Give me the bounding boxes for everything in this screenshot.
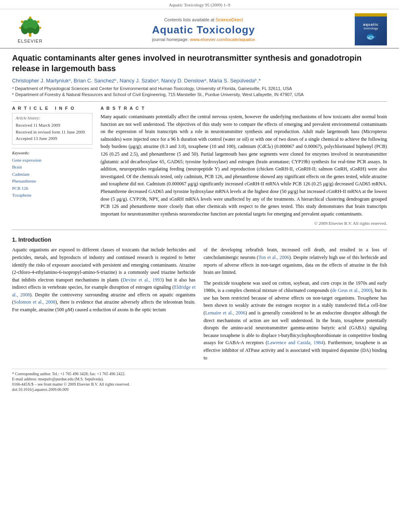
doi-note: doi:10.1016/j.aquatox.2009.06.009 — [12, 387, 387, 392]
top-bar: Aquatic Toxicology 95 (2009) 1–9 — [0, 0, 399, 9]
intro-two-col: Aquatic organisms are exposed to differe… — [12, 246, 387, 365]
ref-ton[interactable]: Ton et al., 2006 — [259, 255, 289, 260]
revised-date: Received in revised form 11 June 2009 — [16, 129, 89, 136]
affiliation-a: ᵃ Department of Physiological Sciences a… — [12, 86, 387, 91]
journal-homepage: journal homepage: www.elsevier.com/locat… — [52, 37, 355, 42]
intro-para-left-1: Aquatic organisms are exposed to differe… — [12, 246, 195, 313]
article-title: Aquatic contaminants alter genes involve… — [12, 53, 387, 74]
journal-badge: aquatic toxicology 🐟 — [355, 13, 387, 45]
svg-point-8 — [29, 16, 31, 19]
keywords-label: Keywords: — [12, 151, 93, 155]
contents-text: Contents lists available at — [164, 17, 214, 22]
intro-title: Introduction — [19, 236, 51, 243]
email-label: E-mail address: — [12, 377, 37, 381]
article-history-box: Article history: Received 11 March 2009 … — [12, 113, 93, 145]
elsevier-logo-area: ELSEVIER — [8, 16, 52, 43]
keywords-box: Keywords: Gene expression Brain Cadmium … — [12, 148, 93, 199]
badge-text-toxicology: toxicology — [364, 27, 378, 30]
affiliation-b: ᵇ Department of Forestry & Natural Resou… — [12, 92, 387, 97]
journal-title: Aquatic Toxicology — [52, 24, 355, 36]
abstract-heading: A B S T R A C T — [101, 106, 387, 111]
contents-available-line: Contents lists available at ScienceDirec… — [52, 17, 355, 22]
sciencedirect-link[interactable]: ScienceDirect — [216, 17, 243, 22]
intro-para-right-2: The pesticide toxaphene was used on cott… — [204, 279, 387, 362]
journal-reference: Aquatic Toxicology 95 (2009) 1–9 — [169, 2, 230, 7]
ref-lemaire[interactable]: Lemaire et al., 2006 — [205, 310, 245, 316]
svg-point-9 — [37, 21, 39, 23]
svg-point-11 — [39, 27, 41, 29]
fish-icon: 🐟 — [366, 31, 376, 41]
intro-number: 1. — [12, 236, 17, 243]
divider-1 — [12, 101, 387, 102]
email-note: E-mail address: msepulv@purdue.edu (M.S.… — [12, 377, 387, 381]
badge-text-aquatic: aquatic — [363, 23, 379, 27]
divider-2 — [12, 230, 387, 230]
email-address: msepulv@purdue.edu (M.S. Sepúlveda). — [38, 377, 104, 381]
svg-point-5 — [23, 20, 29, 29]
copyright-line: © 2009 Elsevier B.V. All rights reserved… — [101, 221, 387, 226]
elsevier-tree-icon — [16, 16, 44, 38]
ref-degeus[interactable]: de Geus et al., 2000 — [332, 288, 371, 293]
keyword-5: PCB 126 — [12, 185, 93, 192]
badge-strip — [355, 13, 387, 16]
elsevier-logo-container: ELSEVIER — [16, 16, 44, 43]
keyword-2: Brain — [12, 164, 93, 171]
article-info-col: A R T I C L E I N F O Article history: R… — [12, 106, 93, 226]
homepage-url[interactable]: www.elsevier.com/locate/aquatox — [190, 37, 255, 42]
intro-col-left: Aquatic organisms are exposed to differe… — [12, 246, 195, 365]
keyword-3: Cadmium — [12, 171, 93, 178]
article-info-heading: A R T I C L E I N F O — [12, 106, 93, 111]
authors-line: Christopher J. Martyniukᵃ, Brian C. Sanc… — [12, 78, 387, 84]
svg-point-7 — [21, 21, 23, 23]
keyword-6: Toxaphene — [12, 192, 93, 199]
ref-lawrence[interactable]: Lawrence and Casida, 1984 — [267, 340, 323, 345]
footer-notes: * Corresponding author. Tel.: +1 765 496… — [12, 369, 387, 392]
article-history-label: Article history: — [16, 116, 89, 120]
journal-header: ELSEVIER Contents lists available at Sci… — [0, 9, 399, 49]
ref-eldridge[interactable]: Eldridge et al., 2008 — [12, 284, 195, 298]
introduction-section: 1. Introduction Aquatic organisms are ex… — [12, 236, 387, 365]
journal-title-area: Contents lists available at ScienceDirec… — [52, 17, 355, 42]
accepted-date: Accepted 13 June 2009 — [16, 135, 89, 142]
received-date: Received 11 March 2009 — [16, 122, 89, 129]
intro-para-right-1: of the developing zebrafish brain, incre… — [204, 246, 387, 276]
abstract-col: A B S T R A C T Many aquatic contaminant… — [101, 106, 387, 226]
intro-col-right: of the developing zebrafish brain, incre… — [204, 246, 387, 365]
svg-point-6 — [31, 20, 38, 29]
corresponding-note: * Corresponding author. Tel.: +1 765 496… — [12, 372, 387, 376]
svg-point-10 — [19, 27, 21, 29]
abstract-text: Many aquatic contaminants potentially af… — [101, 113, 387, 218]
ref-devine[interactable]: Devine et al., 1993 — [123, 277, 162, 283]
journal-badge-area: aquatic toxicology 🐟 — [355, 13, 391, 45]
elsevier-wordmark: ELSEVIER — [18, 39, 43, 43]
article-body: Aquatic contaminants alter genes involve… — [0, 49, 399, 401]
ref-solomon[interactable]: Solomon et al., 2008 — [14, 299, 56, 305]
keyword-1: Gene expression — [12, 157, 93, 164]
intro-heading: 1. Introduction — [12, 236, 387, 243]
keyword-4: Phenanthrene — [12, 178, 93, 185]
issn-note: 0166-445X/$ – see front matter © 2009 El… — [12, 382, 387, 386]
page-container: Aquatic Toxicology 95 (2009) 1–9 — [0, 0, 399, 532]
article-info-abstract-cols: A R T I C L E I N F O Article history: R… — [12, 106, 387, 226]
